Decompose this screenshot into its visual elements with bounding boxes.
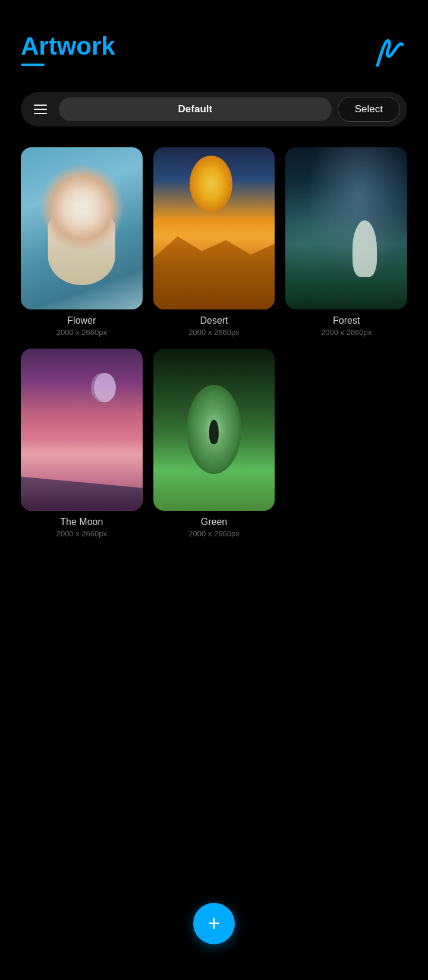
art-thumb-desert: [153, 147, 275, 309]
art-name-flower: Flower: [67, 315, 96, 326]
art-size-green: 2000 x 2660px: [188, 529, 239, 538]
toolbar: Default Select: [21, 92, 407, 127]
art-thumb-the-moon: [21, 349, 143, 511]
header: Artwork: [0, 0, 428, 86]
art-thumb-flower: [21, 147, 143, 309]
title-underline: [21, 64, 45, 66]
select-button[interactable]: Select: [338, 97, 400, 122]
art-name-the-moon: The Moon: [60, 517, 103, 527]
page-title: Artwork: [21, 33, 115, 60]
art-size-flower: 2000 x 2660px: [56, 328, 107, 337]
art-item-desert[interactable]: Desert2000 x 2660px: [153, 147, 275, 337]
art-name-green: Green: [201, 517, 227, 527]
art-image-forest: [285, 147, 407, 309]
art-item-green[interactable]: Green2000 x 2660px: [153, 349, 275, 538]
art-item-forest[interactable]: Forest2000 x 2660px: [285, 147, 407, 337]
art-name-desert: Desert: [200, 315, 228, 326]
app-logo-icon: [366, 33, 407, 74]
art-image-green: [153, 349, 275, 511]
menu-line-1: [34, 105, 47, 106]
menu-button[interactable]: [28, 100, 53, 119]
menu-line-2: [34, 109, 47, 110]
sort-default-pill[interactable]: Default: [59, 97, 332, 121]
art-item-flower[interactable]: Flower2000 x 2660px: [21, 147, 143, 337]
menu-line-3: [34, 113, 47, 114]
art-thumb-green: [153, 349, 275, 511]
add-artwork-button[interactable]: +: [193, 903, 235, 944]
art-image-the-moon: [21, 349, 143, 511]
art-thumb-forest: [285, 147, 407, 309]
art-image-flower: [21, 147, 143, 309]
title-block: Artwork: [21, 33, 115, 66]
plus-icon: +: [207, 911, 220, 936]
art-image-desert: [153, 147, 275, 309]
artwork-grid: Flower2000 x 2660pxDesert2000 x 2660pxFo…: [0, 141, 428, 538]
art-size-the-moon: 2000 x 2660px: [56, 529, 107, 538]
art-name-forest: Forest: [333, 315, 360, 326]
art-size-desert: 2000 x 2660px: [188, 328, 239, 337]
art-item-the-moon[interactable]: The Moon2000 x 2660px: [21, 349, 143, 538]
art-size-forest: 2000 x 2660px: [321, 328, 372, 337]
